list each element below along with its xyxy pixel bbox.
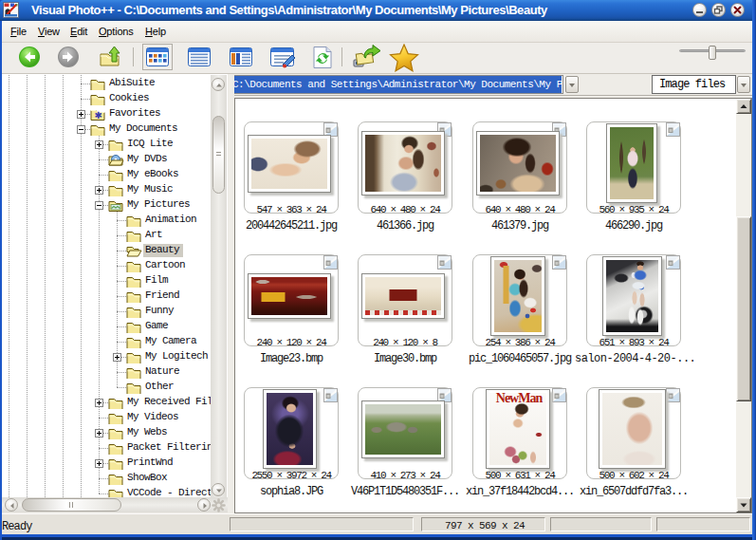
svg-text:✱: ✱ [95, 110, 102, 121]
